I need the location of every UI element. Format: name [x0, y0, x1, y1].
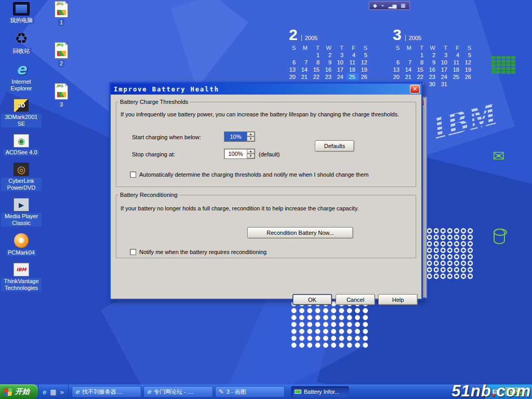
desktop-icon-my-computer[interactable]: 我的电脑: [8, 2, 34, 24]
ie-quicklaunch-icon[interactable]: e: [43, 388, 46, 396]
battery-icon: [295, 390, 301, 394]
ie-1-icon: e: [75, 388, 79, 395]
calendar-day: 12: [358, 59, 370, 66]
calendar-day: [287, 51, 299, 59]
desktop-icon-thinkvantage[interactable]: IBMThinkVantage Technologies: [1, 263, 42, 291]
taskbar-windows: e找不到服务器....e专门网论坛 - ....✎3 - 画图Battery I…: [69, 384, 486, 399]
desktop-icon-pcmark[interactable]: PCMark04: [6, 233, 36, 256]
start-button[interactable]: 开始: [0, 384, 38, 399]
dialog-titlebar[interactable]: Improve Battery Health ✕: [111, 84, 421, 95]
notify-recondition-checkbox-row: Notify me when the battery requires reco…: [130, 249, 267, 255]
help-button[interactable]: Help: [378, 294, 418, 305]
default-note: (default): [259, 151, 280, 157]
envelope-icon: ✉: [493, 148, 504, 165]
desktop-quicklaunch-icon[interactable]: ▦: [50, 388, 56, 396]
defaults-button[interactable]: Defaults: [315, 140, 354, 152]
desktop-icon-label: 2: [58, 60, 64, 67]
calendar-day: 17: [438, 66, 450, 73]
ie-icon: e: [12, 61, 30, 77]
calendar-day: 3: [335, 51, 347, 59]
spin-down-icon[interactable]: ▼: [247, 137, 255, 141]
close-button[interactable]: ✕: [410, 85, 420, 94]
stop-charging-label: Stop charging at:: [132, 151, 175, 157]
quick-launch-bar: e▦»: [38, 384, 69, 399]
calendar-month-2: 32005SMTWTFS1234567891011121314151617181…: [391, 27, 474, 88]
auto-thresholds-label: Automatically determine the charging thr…: [139, 171, 368, 178]
calendar-year: 2005: [301, 35, 317, 41]
calendar-day: [391, 51, 403, 59]
calendar-day: 15: [311, 66, 323, 73]
desktop-icon-label: ACDSee 4.0: [4, 149, 38, 156]
recondition-battery-button[interactable]: Recondition Battery Now...: [247, 227, 353, 238]
calendar-day: 1: [311, 51, 323, 59]
notify-recondition-checkbox[interactable]: [130, 249, 136, 255]
spin-up-icon[interactable]: ▲: [247, 132, 255, 137]
desktop-icon-label: Internet Explorer: [1, 78, 42, 92]
taskbar-window-ie-2[interactable]: e专门网论坛 - ....: [143, 386, 213, 397]
dialog-title: Improve Battery Health: [114, 86, 219, 93]
calendar-day: 25: [347, 73, 358, 81]
calendar-day: 16: [323, 66, 335, 73]
calendar-day: 20: [391, 73, 403, 81]
calendar-day: 21: [299, 73, 311, 81]
desktop-icon-label: 3: [58, 101, 64, 108]
calendar-day: 2: [427, 51, 438, 59]
dot-grid-pattern: [290, 300, 369, 349]
notify-recondition-label: Notify me when the battery requires reco…: [139, 249, 267, 255]
desktop-icon-label: PCMark04: [6, 249, 36, 256]
stop-charging-spinner[interactable]: 100% ▲ ▼: [224, 149, 255, 159]
desktop-icon-powerdvd[interactable]: ◎CyberLink PowerDVD: [1, 163, 42, 191]
access-connections-deskband[interactable]: ◆⌁▂▅▦: [369, 1, 410, 10]
calendar-day: 4: [347, 51, 358, 59]
desktop-icon-file-1[interactable]: JPG1: [55, 1, 68, 26]
desktop-icon-acdsee[interactable]: ◉ACDSee 4.0: [4, 134, 38, 156]
calendar-day: 4: [450, 51, 462, 59]
powerdvd-icon: ◎: [14, 163, 29, 176]
deskband-icon[interactable]: ▂▅: [389, 3, 396, 8]
stop-charging-value[interactable]: 100%: [224, 149, 247, 158]
desktop-icon-file-2[interactable]: JPG2: [55, 42, 68, 67]
desktop-icon-recycle-bin[interactable]: ♻回收站: [11, 31, 32, 55]
calendar-year: 2005: [405, 35, 421, 41]
calendar-day: 31: [438, 81, 450, 88]
desktop-icon-mpc[interactable]: ▶Media Player Classic: [1, 198, 42, 227]
calendar-day: 24: [335, 73, 347, 81]
taskbar-window-label: 3 - 画图: [227, 388, 246, 396]
taskbar-window-paint[interactable]: ✎3 - 画图: [215, 386, 285, 397]
calendar-month-header: 32005: [393, 27, 474, 43]
calendar-day: 19: [358, 66, 370, 73]
calendar-day: 19: [462, 66, 474, 73]
deskband-icon[interactable]: ◆: [373, 3, 377, 8]
group-title: Battery Reconditioning: [118, 192, 179, 198]
my-computer-icon: [13, 2, 30, 16]
desktop-icon-3dmark[interactable]: 3D3DMark2001 SE: [1, 99, 42, 127]
calendar-day: 10: [438, 59, 450, 66]
deskband-icon[interactable]: ▦: [401, 3, 405, 8]
reconditioning-description: If your battery no longer holds a full c…: [121, 205, 358, 211]
calendar-grid: SMTWTFS123456789101112131415161718192021…: [391, 44, 474, 88]
calendar-day: 23: [427, 73, 438, 81]
desktop-icon-label: 1: [58, 19, 64, 26]
desktop-icon-file-3[interactable]: JPG3: [55, 83, 68, 108]
ok-button[interactable]: OK: [292, 294, 332, 305]
desktop-icon-ie[interactable]: eInternet Explorer: [1, 61, 42, 92]
calendar-day: 15: [415, 66, 427, 73]
calendar-day: 8: [415, 59, 427, 66]
calendar-day: 30: [427, 81, 438, 88]
desktop-icon-label: 回收站: [11, 48, 32, 55]
start-charging-value[interactable]: 10%: [224, 132, 247, 141]
taskbar-window-ie-1[interactable]: e找不到服务器....: [72, 386, 141, 397]
calendar-day: 5: [358, 51, 370, 59]
more-quicklaunch-icon[interactable]: »: [60, 388, 64, 396]
jpg-file-icon: JPG: [55, 1, 68, 18]
spin-up-icon[interactable]: ▲: [247, 149, 255, 154]
spin-down-icon[interactable]: ▼: [247, 154, 255, 158]
start-charging-spinner[interactable]: 10% ▲ ▼: [224, 131, 255, 142]
taskbar-window-battery[interactable]: Battery Infor...: [291, 386, 349, 397]
calendar-day-header: T: [438, 44, 450, 51]
desktop-icon-label: 我的电脑: [8, 17, 34, 24]
auto-thresholds-checkbox[interactable]: [130, 171, 136, 178]
deskband-icon[interactable]: ⌁: [381, 3, 384, 8]
calendar-month-header: 22005: [289, 27, 370, 43]
cancel-button[interactable]: Cancel: [336, 294, 375, 305]
